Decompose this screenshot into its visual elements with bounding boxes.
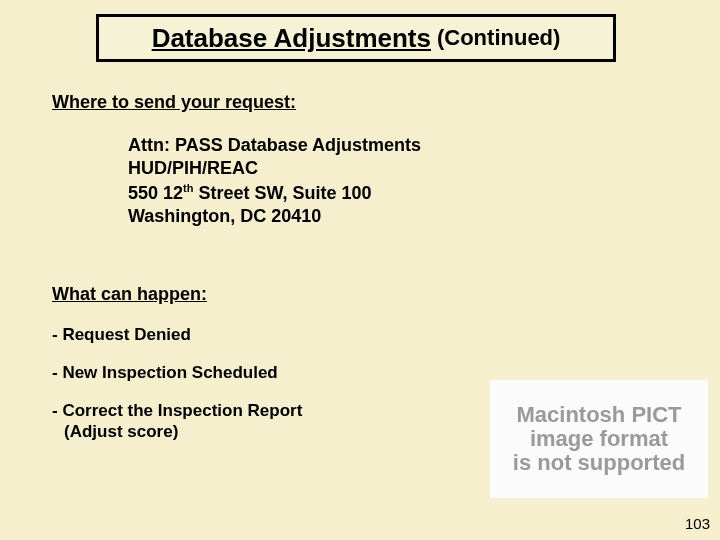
heading-where: Where to send your request: (52, 92, 296, 113)
outcome-correct-report: - Correct the Inspection Report (Adjust … (52, 400, 302, 443)
address-line-4: Washington, DC 20410 (128, 205, 421, 228)
page-title-suffix: (Continued) (437, 25, 560, 51)
placeholder-line-1: Macintosh PICT (513, 403, 685, 427)
address-line-3-post: Street SW, Suite 100 (193, 183, 371, 203)
address-line-3-pre: 550 12 (128, 183, 183, 203)
placeholder-text: Macintosh PICT image format is not suppo… (513, 403, 685, 476)
outcome-correct-line1: - Correct the Inspection Report (52, 401, 302, 420)
page-number: 103 (685, 515, 710, 532)
placeholder-line-2: image format (513, 427, 685, 451)
heading-what: What can happen: (52, 284, 207, 305)
outcome-request-denied: - Request Denied (52, 324, 191, 345)
outcome-new-inspection: - New Inspection Scheduled (52, 362, 278, 383)
title-box: Database Adjustments (Continued) (96, 14, 616, 62)
placeholder-line-3: is not supported (513, 451, 685, 475)
address-line-1: Attn: PASS Database Adjustments (128, 134, 421, 157)
address-line-3: 550 12th Street SW, Suite 100 (128, 181, 421, 205)
mailing-address: Attn: PASS Database Adjustments HUD/PIH/… (128, 134, 421, 229)
address-ordinal-sup: th (183, 182, 193, 194)
outcome-correct-line2: (Adjust score) (52, 421, 302, 442)
image-placeholder: Macintosh PICT image format is not suppo… (490, 380, 708, 498)
page-title-main: Database Adjustments (152, 23, 431, 54)
address-line-2: HUD/PIH/REAC (128, 157, 421, 180)
